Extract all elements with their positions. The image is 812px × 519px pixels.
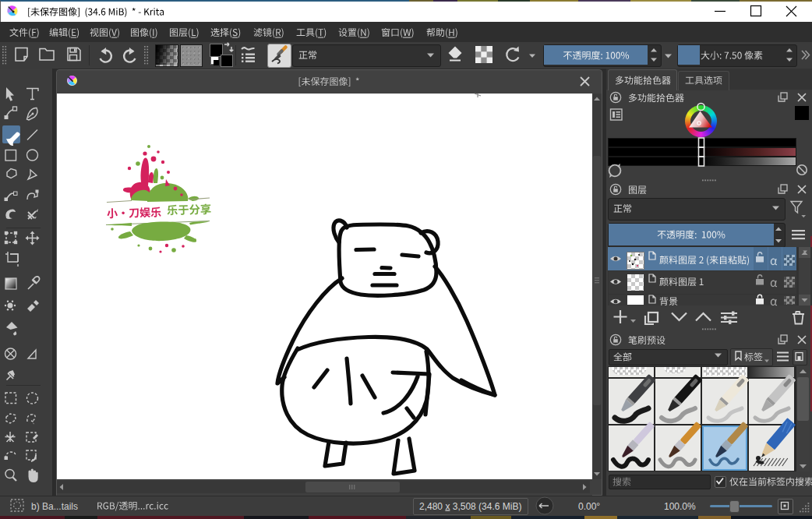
svg-text:0.00°: 0.00° bbox=[578, 501, 600, 512]
svg-text:2,480 x 3,508 (34.6 MiB): 2,480 x 3,508 (34.6 MiB) bbox=[419, 501, 521, 512]
svg-text:b) Ba...tails: b) Ba...tails bbox=[31, 501, 78, 512]
svg-text:100.0%: 100.0% bbox=[664, 501, 696, 512]
